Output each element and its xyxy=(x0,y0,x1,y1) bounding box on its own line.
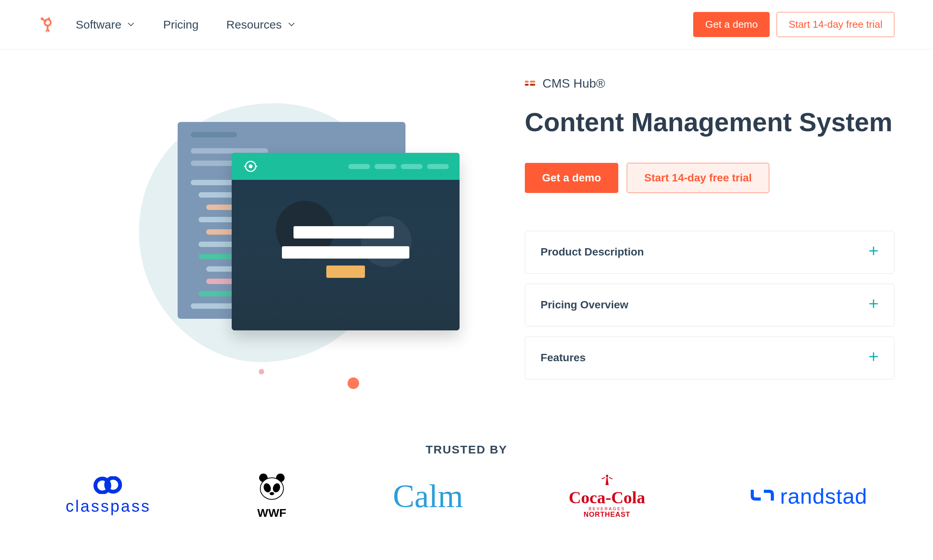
accordion-label: Product Description xyxy=(541,246,644,258)
nav-label: Pricing xyxy=(163,18,198,31)
hubspot-logo-icon[interactable] xyxy=(39,17,53,32)
nav-item-pricing[interactable]: Pricing xyxy=(163,18,198,31)
hero-content: CMS Hub® Content Management System Get a… xyxy=(509,65,894,404)
nav-label: Software xyxy=(76,18,121,31)
logo-text: Coca-Cola xyxy=(569,489,645,507)
svg-point-5 xyxy=(48,17,50,19)
logo-text: Calm xyxy=(393,477,463,515)
nav-free-trial-button[interactable]: Start 14-day free trial xyxy=(777,12,894,37)
trusted-by-section: TRUSTED BY classpass xyxy=(0,428,933,519)
panda-icon xyxy=(256,472,287,503)
accordion-label: Pricing Overview xyxy=(541,299,628,311)
svg-point-21 xyxy=(270,492,274,495)
page-title: Content Management System xyxy=(525,108,894,137)
form-submit-placeholder xyxy=(326,266,365,278)
logo-subtext2: NORTHEAST xyxy=(584,511,630,518)
decorative-dot-icon xyxy=(259,369,264,374)
hero-section: CMS Hub® Content Management System Get a… xyxy=(0,49,933,428)
logo-wwf: WWF xyxy=(256,472,287,519)
accordion-item-features[interactable]: Features xyxy=(525,337,894,379)
website-preview-illustration xyxy=(232,153,460,330)
form-field-placeholder xyxy=(282,246,409,259)
site-nav-placeholder xyxy=(348,164,449,169)
svg-point-18 xyxy=(260,478,283,499)
logo-text: WWF xyxy=(257,506,286,519)
hero-free-trial-button[interactable]: Start 14-day free trial xyxy=(627,163,769,193)
product-tag-label: CMS Hub® xyxy=(543,76,605,91)
plus-icon xyxy=(869,299,879,311)
site-logo-icon xyxy=(243,158,259,174)
nav-item-software[interactable]: Software xyxy=(76,18,135,31)
hero-get-demo-button[interactable]: Get a demo xyxy=(525,163,618,193)
logo-classpass: classpass xyxy=(66,476,151,516)
cms-hub-icon xyxy=(525,81,536,87)
logo-cocacola-northeast: Coca-Cola BEVERAGES NORTHEAST xyxy=(569,474,645,518)
accordion-label: Features xyxy=(541,352,586,364)
lighthouse-icon xyxy=(599,474,615,489)
trusted-heading: TRUSTED BY xyxy=(39,443,894,456)
logo-calm: Calm xyxy=(393,477,463,515)
classpass-icon xyxy=(92,476,125,494)
logo-randstad: randstad xyxy=(751,484,867,509)
nav-item-resources[interactable]: Resources xyxy=(226,18,295,31)
company-logos: classpass WWF Calm xyxy=(39,472,894,519)
nav-label: Resources xyxy=(226,18,282,31)
chevron-down-icon xyxy=(127,18,135,31)
plus-icon xyxy=(869,246,879,259)
accordion-item-pricing-overview[interactable]: Pricing Overview xyxy=(525,284,894,327)
form-field-placeholder xyxy=(293,226,394,239)
svg-point-22 xyxy=(606,475,608,477)
accordion-item-product-description[interactable]: Product Description xyxy=(525,231,894,274)
svg-point-7 xyxy=(249,164,253,168)
nav-get-demo-button[interactable]: Get a demo xyxy=(693,12,770,37)
hero-illustration xyxy=(39,65,509,404)
logo-text: randstad xyxy=(780,484,867,509)
top-nav: Software Pricing Resources Get a demo St… xyxy=(0,0,933,49)
accordion: Product Description Pricing Overview Fea… xyxy=(525,231,894,379)
chevron-down-icon xyxy=(287,18,296,31)
randstad-icon xyxy=(751,487,774,504)
decorative-dot-icon xyxy=(348,377,359,389)
hero-buttons: Get a demo Start 14-day free trial xyxy=(525,163,894,193)
product-tag: CMS Hub® xyxy=(525,76,894,91)
nav-buttons: Get a demo Start 14-day free trial xyxy=(693,12,894,37)
plus-icon xyxy=(869,352,879,364)
nav-items: Software Pricing Resources xyxy=(76,18,693,31)
logo-text: classpass xyxy=(66,497,151,516)
